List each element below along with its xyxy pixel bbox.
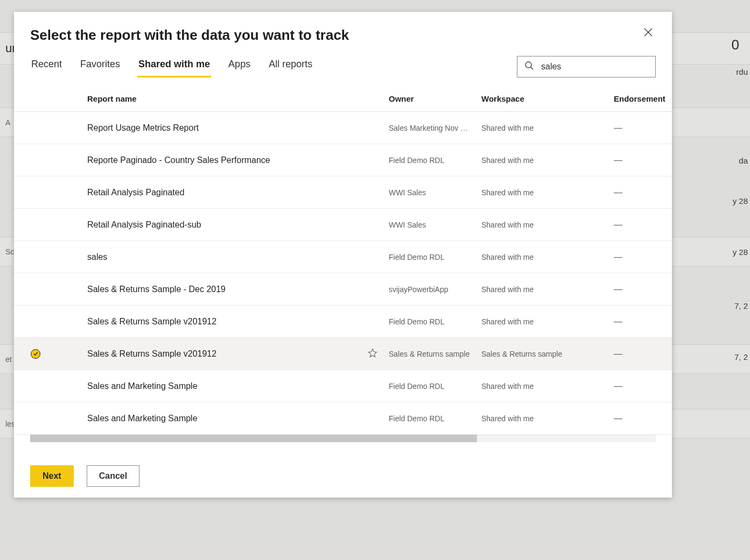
- workspace-cell: Shared with me: [481, 124, 614, 132]
- favorite-toggle[interactable]: [356, 348, 389, 359]
- close-icon: [644, 28, 653, 37]
- report-name-cell: Sales & Returns Sample v201912: [87, 349, 356, 359]
- owner-cell: Sales & Returns sample: [389, 350, 481, 358]
- column-header-endorsement[interactable]: Endorsement: [614, 94, 672, 103]
- reports-table: Report name Owner Workspace Endorsement …: [14, 86, 672, 455]
- checkmark-icon: [31, 349, 40, 359]
- dialog-title: Select the report with the data you want…: [30, 27, 349, 44]
- tab-favorites[interactable]: Favorites: [79, 55, 121, 77]
- endorsement-cell: —: [614, 414, 672, 423]
- column-header-report-name[interactable]: Report name: [87, 94, 356, 103]
- svg-line-1: [531, 67, 533, 69]
- table-body: Report Usage Metrics ReportSales Marketi…: [14, 112, 672, 435]
- row-select-indicator[interactable]: [14, 349, 57, 359]
- tab-recent[interactable]: Recent: [30, 55, 63, 77]
- workspace-cell: Shared with me: [481, 188, 614, 197]
- svg-point-0: [525, 62, 531, 68]
- workspace-cell: Sales & Returns sample: [481, 350, 614, 358]
- table-row[interactable]: Sales & Returns Sample v201912Sales & Re…: [14, 338, 672, 370]
- owner-cell: Field Demo RDL: [389, 156, 481, 165]
- owner-cell: Field Demo RDL: [389, 414, 481, 423]
- report-name-cell: Sales and Marketing Sample: [87, 414, 356, 423]
- owner-cell: Field Demo RDL: [389, 382, 481, 391]
- report-picker-dialog: Select the report with the data you want…: [14, 12, 672, 498]
- owner-cell: Field Demo RDL: [389, 253, 481, 261]
- table-row[interactable]: Retail Analysis Paginated-subWWI SalesSh…: [14, 209, 672, 241]
- endorsement-cell: —: [614, 285, 672, 294]
- search-icon: [524, 61, 534, 73]
- table-row[interactable]: Sales and Marketing SampleField Demo RDL…: [14, 402, 672, 435]
- workspace-cell: Shared with me: [481, 253, 614, 261]
- workspace-cell: Shared with me: [481, 317, 614, 326]
- tab-bar: RecentFavoritesShared with meAppsAll rep…: [30, 55, 313, 77]
- owner-cell: svijayPowerbiApp: [389, 285, 481, 294]
- close-button[interactable]: [640, 24, 657, 41]
- star-icon: [368, 348, 377, 359]
- table-row[interactable]: Sales & Returns Sample - Dec 2019svijayP…: [14, 273, 672, 306]
- search-input[interactable]: [517, 56, 656, 77]
- report-name-cell: Sales & Returns Sample - Dec 2019: [87, 285, 356, 294]
- tab-apps[interactable]: Apps: [227, 55, 251, 77]
- tab-all-reports[interactable]: All reports: [268, 55, 313, 77]
- table-row[interactable]: Sales and Marketing SampleField Demo RDL…: [14, 370, 672, 402]
- column-header-owner[interactable]: Owner: [389, 94, 481, 103]
- table-row[interactable]: salesField Demo RDLShared with me—: [14, 241, 672, 273]
- report-name-cell: Reporte Paginado - Country Sales Perform…: [87, 155, 356, 165]
- table-row[interactable]: Sales & Returns Sample v201912Field Demo…: [14, 306, 672, 338]
- endorsement-cell: —: [614, 155, 672, 165]
- report-name-cell: sales: [87, 252, 356, 262]
- horizontal-scrollbar[interactable]: [14, 435, 672, 442]
- report-name-cell: Retail Analysis Paginated: [87, 188, 356, 197]
- scrollbar-thumb[interactable]: [30, 435, 477, 442]
- owner-cell: WWI Sales: [389, 221, 481, 229]
- owner-cell: WWI Sales: [389, 188, 481, 197]
- endorsement-cell: —: [614, 220, 672, 230]
- endorsement-cell: —: [614, 123, 672, 133]
- workspace-cell: Shared with me: [481, 414, 614, 423]
- workspace-cell: Shared with me: [481, 285, 614, 294]
- table-row[interactable]: Reporte Paginado - Country Sales Perform…: [14, 144, 672, 176]
- next-button[interactable]: Next: [30, 465, 74, 487]
- table-row[interactable]: Report Usage Metrics ReportSales Marketi…: [14, 112, 672, 144]
- workspace-cell: Shared with me: [481, 382, 614, 391]
- report-name-cell: Retail Analysis Paginated-sub: [87, 220, 356, 230]
- cancel-button[interactable]: Cancel: [87, 465, 139, 487]
- endorsement-cell: —: [614, 252, 672, 262]
- report-name-cell: Sales & Returns Sample v201912: [87, 317, 356, 327]
- column-header-workspace[interactable]: Workspace: [481, 94, 614, 103]
- owner-cell: Field Demo RDL: [389, 317, 481, 326]
- endorsement-cell: —: [614, 349, 672, 359]
- report-name-cell: Sales and Marketing Sample: [87, 381, 356, 391]
- owner-cell: Sales Marketing Nov …: [389, 124, 481, 132]
- workspace-cell: Shared with me: [481, 156, 614, 165]
- table-header-row: Report name Owner Workspace Endorsement: [14, 86, 672, 112]
- tab-shared-with-me[interactable]: Shared with me: [137, 55, 211, 77]
- report-name-cell: Report Usage Metrics Report: [87, 123, 356, 133]
- endorsement-cell: —: [614, 188, 672, 197]
- table-row[interactable]: Retail Analysis PaginatedWWI SalesShared…: [14, 176, 672, 209]
- dialog-footer: Next Cancel: [14, 455, 672, 487]
- endorsement-cell: —: [614, 317, 672, 327]
- endorsement-cell: —: [614, 381, 672, 391]
- workspace-cell: Shared with me: [481, 221, 614, 229]
